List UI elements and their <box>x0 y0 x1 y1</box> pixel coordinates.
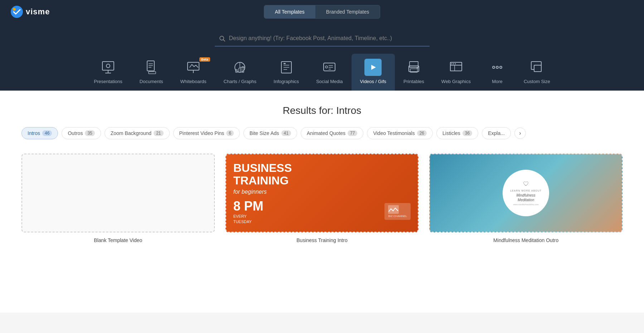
web-icon <box>447 59 465 76</box>
cat-charts[interactable]: Charts / Graphs <box>215 54 265 91</box>
biz-time: 8 PM <box>233 199 263 214</box>
cat-social-media[interactable]: Social Media <box>308 54 351 91</box>
filter-outros[interactable]: Outros 35 <box>62 127 101 139</box>
biz-subtitle: for beginners <box>233 189 292 195</box>
template-business-training[interactable]: BUSINESS TRAINING for beginners 8 PM EVE… <box>226 154 419 243</box>
svg-point-25 <box>325 66 328 68</box>
blank-template-name: Blank Template Video <box>94 237 142 243</box>
filter-pinterest-count: 6 <box>226 130 234 136</box>
cat-documents-label: Documents <box>140 79 163 84</box>
logo-text: visme <box>26 7 50 16</box>
filter-animated-count: 77 <box>348 130 357 136</box>
svg-rect-9 <box>149 72 156 74</box>
cat-printables[interactable]: Printables <box>395 54 433 91</box>
cat-infographics-label: Infographics <box>273 79 299 84</box>
filter-intros-label: Intros <box>28 130 40 136</box>
svg-rect-4 <box>102 62 114 70</box>
category-nav: Presentations Documents Beta <box>0 54 644 91</box>
cat-custom-label: Custom Size <box>524 79 550 84</box>
filter-expla[interactable]: Expla... <box>482 127 511 139</box>
business-training-thumb: BUSINESS TRAINING for beginners 8 PM EVE… <box>226 154 419 232</box>
biz-schedule: EVERYTUESDAY <box>233 214 263 224</box>
filter-intros[interactable]: Intros 46 <box>21 127 58 139</box>
top-bar: visme All Templates Branded Templates <box>0 0 644 24</box>
svg-point-41 <box>496 66 498 68</box>
filter-outros-label: Outros <box>68 130 83 136</box>
template-mindfulness[interactable]: LEARN MORE ABOUT Mindfulness Meditation … <box>429 154 623 243</box>
filter-animated-label: Animated Quotes <box>307 130 345 136</box>
social-icon <box>321 59 338 76</box>
infographic-icon <box>278 59 295 76</box>
cat-presentations-label: Presentations <box>94 79 122 84</box>
filter-bite-size[interactable]: Bite Size Ads 41 <box>243 127 297 139</box>
mind-title: Mindfulness Meditation <box>508 193 544 202</box>
mindfulness-thumb: LEARN MORE ABOUT Mindfulness Meditation … <box>429 154 623 232</box>
cat-web-graphics[interactable]: Web Graphics <box>433 54 479 91</box>
filter-row: Intros 46 Outros 35 Zoom Background 21 P… <box>21 127 623 141</box>
cat-infographics[interactable]: Infographics <box>265 54 308 91</box>
filter-intros-count: 46 <box>42 130 52 136</box>
filter-bite-label: Bite Size Ads <box>250 130 279 136</box>
cat-presentations[interactable]: Presentations <box>85 54 131 91</box>
cat-documents[interactable]: Documents <box>131 54 172 91</box>
svg-point-42 <box>500 66 502 68</box>
filter-next-button[interactable]: › <box>514 127 526 139</box>
filter-pinterest-label: Pinterest Video Pins <box>179 130 224 136</box>
cat-videos-gifs[interactable]: Videos / Gifs <box>352 54 395 91</box>
header: visme All Templates Branded Templates <box>0 0 644 91</box>
svg-point-0 <box>11 6 23 18</box>
template-blank[interactable]: Blank Template Video <box>21 154 215 243</box>
cat-custom-size[interactable]: Custom Size <box>515 54 559 91</box>
svg-rect-17 <box>239 68 241 72</box>
filter-bite-count: 41 <box>281 130 291 136</box>
svg-rect-44 <box>534 65 541 72</box>
presentation-icon <box>100 59 117 76</box>
search-area <box>0 24 644 54</box>
results-title: Results for: Intros <box>21 105 623 116</box>
mind-learn-more: LEARN MORE ABOUT <box>510 189 542 192</box>
biz-title-line2: TRAINING <box>233 174 292 187</box>
svg-rect-8 <box>147 61 154 71</box>
svg-rect-30 <box>410 62 418 67</box>
filter-animated-quotes[interactable]: Animated Quotes 77 <box>301 127 364 139</box>
cat-more[interactable]: More <box>479 54 515 91</box>
filter-pinterest[interactable]: Pinterest Video Pins 6 <box>173 127 240 139</box>
more-icon <box>489 59 506 76</box>
filter-video-testimonials[interactable]: Video Testimonials 26 <box>367 127 433 139</box>
svg-point-37 <box>451 63 452 64</box>
all-templates-tab[interactable]: All Templates <box>264 5 315 18</box>
filter-outros-count: 35 <box>85 130 95 136</box>
main-content: Results for: Intros Intros 46 Outros 35 … <box>0 91 644 313</box>
search-input[interactable] <box>215 31 430 47</box>
cat-printables-label: Printables <box>403 79 424 84</box>
svg-line-3 <box>223 40 225 42</box>
filter-expla-label: Expla... <box>488 130 505 136</box>
whiteboard-icon <box>185 59 202 76</box>
template-grid: Blank Template Video BUSINESS TRAINING f… <box>21 154 623 243</box>
business-training-name: Business Training Intro <box>296 237 347 243</box>
filter-listicles-count: 36 <box>463 130 472 136</box>
cat-charts-label: Charts / Graphs <box>224 79 257 84</box>
chart-icon <box>231 59 248 76</box>
cat-more-label: More <box>492 79 503 84</box>
cat-social-label: Social Media <box>316 79 343 84</box>
logo[interactable]: visme <box>11 6 50 18</box>
cat-whiteboards[interactable]: Beta Whiteboards <box>172 54 215 91</box>
filter-zoom-count: 21 <box>154 130 163 136</box>
branded-templates-tab[interactable]: Branded Templates <box>315 5 380 18</box>
filter-listicles[interactable]: Listicles 36 <box>436 127 478 139</box>
custom-icon <box>528 59 546 76</box>
mind-circle: LEARN MORE ABOUT Mindfulness Meditation … <box>503 170 549 216</box>
filter-zoom-background[interactable]: Zoom Background 21 <box>105 127 170 139</box>
cat-videos-label: Videos / Gifs <box>360 79 386 84</box>
svg-point-38 <box>453 63 454 64</box>
document-icon <box>143 59 160 76</box>
filter-zoom-label: Zoom Background <box>111 130 151 136</box>
filter-testimonials-count: 26 <box>417 130 427 136</box>
cat-web-label: Web Graphics <box>441 79 471 84</box>
video-icon <box>364 59 382 76</box>
beta-badge: Beta <box>199 57 210 62</box>
svg-point-39 <box>455 63 456 64</box>
filter-listicles-label: Listicles <box>442 130 460 136</box>
svg-point-33 <box>417 67 418 69</box>
